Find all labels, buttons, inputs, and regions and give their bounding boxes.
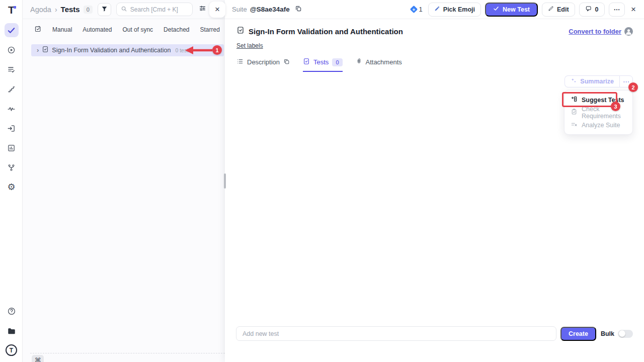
app-window: T bbox=[0, 0, 644, 362]
filter-tab-starred[interactable]: Starred bbox=[200, 26, 219, 33]
filter-tab-automated[interactable]: Automated bbox=[83, 26, 112, 33]
copy-icon bbox=[295, 5, 302, 14]
projects-button[interactable] bbox=[5, 324, 19, 338]
bulk-label: Bulk bbox=[601, 330, 614, 337]
sidebar-item-runs[interactable] bbox=[5, 43, 19, 57]
more-icon: ⋯ bbox=[623, 78, 629, 85]
folder-icon bbox=[7, 327, 16, 336]
title-row: Sign-In Form Validation and Authenticati… bbox=[236, 26, 633, 36]
search-box bbox=[116, 3, 193, 16]
app-logo[interactable]: T bbox=[0, 3, 23, 17]
icon-sidebar: T bbox=[0, 0, 23, 362]
command-icon: ⌘ bbox=[35, 356, 41, 362]
filter-tab-out-of-sync[interactable]: Out of sync bbox=[122, 26, 153, 33]
help-button[interactable] bbox=[5, 304, 19, 318]
tab-description[interactable]: Description bbox=[236, 58, 290, 71]
summarize-label: Summarize bbox=[580, 78, 614, 85]
sparkles-icon bbox=[571, 77, 577, 85]
sign-in-icon bbox=[7, 124, 16, 133]
edit-label: Edit bbox=[557, 6, 569, 13]
sidebar-item-branches[interactable] bbox=[5, 160, 19, 174]
list-check-icon bbox=[7, 65, 16, 74]
tab-tests-label: Tests bbox=[313, 58, 329, 66]
comments-count: 0 bbox=[595, 6, 599, 13]
menu-item-analyze-suite[interactable]: Analyze Suite bbox=[565, 119, 632, 131]
doc-icon bbox=[303, 58, 310, 66]
sidebar-item-reports[interactable] bbox=[5, 141, 19, 155]
filter-tab-detached[interactable]: Detached bbox=[164, 26, 189, 33]
panel-resize-handle[interactable] bbox=[224, 173, 226, 189]
header-more-button[interactable]: ⋯ bbox=[609, 3, 625, 17]
suite-tree-title: Sign-In Form Validation and Authenticati… bbox=[52, 47, 171, 54]
annotation-arrow-1 bbox=[183, 44, 214, 56]
tree-panel-header: Agoda › Tests 0 bbox=[23, 0, 225, 19]
sidebar-item-settings[interactable]: ⚙ bbox=[5, 180, 19, 194]
ai-actions-group: Summarize ⋯ bbox=[565, 75, 633, 87]
filter-button[interactable] bbox=[98, 3, 111, 16]
close-detail-button[interactable]: × bbox=[631, 5, 636, 15]
filter-tabs: Manual Automated Out of sync Detached St… bbox=[34, 24, 220, 35]
edit-button[interactable]: Edit bbox=[542, 3, 575, 17]
command-shortcut-badge[interactable]: ⌘ bbox=[32, 355, 44, 362]
summarize-button[interactable]: Summarize bbox=[565, 75, 619, 87]
logo-accent bbox=[14, 6, 16, 9]
tests-count-badge: 0 bbox=[84, 6, 93, 14]
toggle-knob bbox=[619, 330, 625, 337]
set-labels-link[interactable]: Set labels bbox=[236, 42, 263, 49]
detail-tabs: Description Tests 0 Attachments bbox=[236, 58, 402, 72]
convert-to-folder-link[interactable]: Convert to folder bbox=[569, 28, 621, 35]
tab-tests[interactable]: Tests 0 bbox=[303, 58, 342, 72]
tab-description-label: Description bbox=[247, 58, 280, 66]
menu-item-check-requirements[interactable]: Check Requirements bbox=[565, 106, 632, 119]
version-indicator[interactable]: 1 bbox=[411, 6, 423, 13]
bulk-toggle[interactable] bbox=[618, 330, 633, 338]
add-test-footer: Create Bulk bbox=[236, 326, 633, 341]
breadcrumb-chevron-icon: › bbox=[55, 6, 57, 14]
bar-chart-icon bbox=[7, 144, 16, 152]
analyze-suite-label: Analyze Suite bbox=[582, 122, 620, 129]
list-icon bbox=[236, 58, 244, 66]
sidebar-item-plans[interactable] bbox=[5, 62, 19, 76]
create-button[interactable]: Create bbox=[560, 327, 596, 341]
view-options-button[interactable] bbox=[197, 4, 208, 15]
check-icon bbox=[493, 6, 499, 13]
annotation-box-suggest-tests bbox=[562, 92, 617, 107]
add-test-input[interactable] bbox=[236, 326, 556, 341]
pick-emoji-label: Pick Emoji bbox=[443, 6, 475, 13]
sidebar-item-steps[interactable] bbox=[5, 82, 19, 96]
sidebar-item-analytics[interactable] bbox=[5, 102, 19, 116]
sidebar-item-import[interactable] bbox=[5, 121, 19, 135]
gear-icon: ⚙ bbox=[7, 183, 15, 192]
search-input[interactable] bbox=[130, 6, 186, 13]
new-test-button[interactable]: New Test bbox=[485, 3, 538, 17]
diamond-icon bbox=[410, 6, 418, 14]
bulk-select-icon[interactable] bbox=[34, 25, 42, 35]
user-avatar[interactable] bbox=[624, 27, 633, 36]
badge-t-glyph: T bbox=[10, 347, 13, 354]
sidebar-item-tests[interactable] bbox=[5, 23, 19, 37]
breadcrumb-section: Tests bbox=[61, 5, 80, 14]
search-icon bbox=[121, 5, 127, 14]
emoji-pencil-icon bbox=[434, 6, 440, 13]
detail-header: Suite @S8ae34afe 1 Pick Emoji New Test bbox=[225, 0, 644, 19]
comments-button[interactable]: 0 bbox=[579, 3, 605, 17]
more-icon: ⋯ bbox=[614, 6, 620, 13]
workspace-badge[interactable]: T bbox=[6, 344, 17, 356]
copy-suite-id-button[interactable] bbox=[295, 5, 302, 14]
pulse-icon bbox=[7, 105, 16, 113]
close-panel-button[interactable]: × bbox=[209, 2, 225, 18]
close-icon: × bbox=[215, 5, 220, 15]
annotation-step-2: 2 bbox=[628, 82, 638, 92]
expand-chevron-icon[interactable]: › bbox=[37, 47, 39, 53]
breadcrumb-project[interactable]: Agoda bbox=[30, 6, 51, 14]
branch-icon bbox=[7, 163, 16, 172]
pick-emoji-button[interactable]: Pick Emoji bbox=[428, 3, 481, 17]
filter-tab-manual[interactable]: Manual bbox=[52, 26, 72, 33]
new-test-label: New Test bbox=[503, 6, 530, 13]
sliders-icon bbox=[199, 5, 206, 14]
copy-description-icon[interactable] bbox=[283, 58, 290, 66]
suite-doc-icon bbox=[42, 46, 49, 55]
play-circle-icon bbox=[7, 46, 16, 54]
annotation-step-1: 1 bbox=[212, 45, 222, 55]
tab-attachments[interactable]: Attachments bbox=[356, 58, 402, 70]
